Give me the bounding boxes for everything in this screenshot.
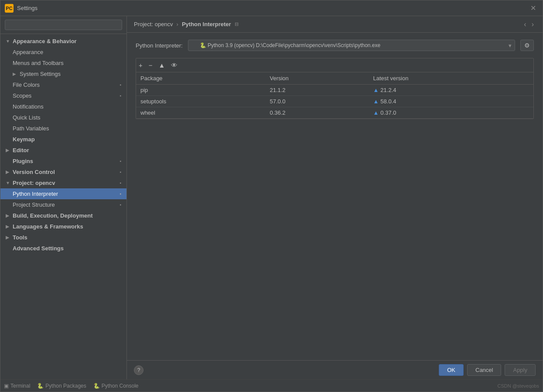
sidebar-item-scopes[interactable]: Scopes ▪ (0, 90, 126, 101)
sidebar-item-version-control[interactable]: ▶ Version Control ▪ (0, 167, 126, 177)
apply-button[interactable]: Apply (505, 364, 536, 376)
file-colors-icon: ▪ (120, 82, 121, 87)
python-console-icon: 🐍 (93, 383, 100, 389)
interpreter-select-wrap: 🐍 Python 3.9 (opencv) D:\CodeFile\pychar… (188, 40, 515, 51)
window-title: Settings (17, 5, 38, 11)
package-toolbar: + − ▲ 👁 (136, 58, 533, 72)
sidebar-item-notifications[interactable]: Notifications (0, 101, 126, 112)
breadcrumb-parent: Project: opencv (134, 21, 173, 27)
sidebar-item-project-opencv[interactable]: ▼ Project: opencv ▪ (0, 177, 126, 188)
interpreter-row: Python Interpreter: 🐍 Python 3.9 (opencv… (136, 40, 534, 51)
sidebar-item-build-execution[interactable]: ▶ Build, Execution, Deployment (0, 210, 126, 221)
package-version: 21.1.2 (265, 85, 369, 96)
app-icon: PC (5, 4, 14, 13)
expand-arrow-vc: ▶ (6, 170, 11, 174)
update-arrow-icon: ▲ (373, 98, 379, 105)
ok-button[interactable]: OK (439, 364, 464, 376)
table-row[interactable]: pip 21.1.2 ▲21.2.4 (136, 85, 533, 96)
sidebar-item-project-structure[interactable]: Project Structure ▪ (0, 199, 126, 210)
statusbar-python-console[interactable]: 🐍 Python Console (93, 383, 139, 389)
sidebar-item-keymap[interactable]: Keymap (0, 134, 126, 145)
vc-icon: ▪ (120, 170, 121, 174)
add-package-button[interactable]: + (136, 60, 145, 70)
col-version: Version (265, 72, 369, 85)
show-button[interactable]: 👁 (168, 60, 180, 70)
back-button[interactable]: ‹ (522, 20, 528, 29)
python-interp-icon: ▪ (120, 191, 121, 196)
sidebar-item-path-variables[interactable]: Path Variables (0, 123, 126, 134)
bottom-left: ? (134, 365, 143, 375)
close-button[interactable]: ✕ (528, 3, 538, 14)
sidebar-item-appearance[interactable]: Appearance (0, 47, 126, 58)
remove-package-button[interactable]: − (146, 60, 155, 70)
package-table-wrapper: + − ▲ 👁 Package Version Latest version (136, 58, 534, 119)
interpreter-dropdown[interactable]: 🐍 Python 3.9 (opencv) D:\CodeFile\pychar… (188, 40, 515, 51)
sidebar-item-menus-toolbars[interactable]: Menus and Toolbars (0, 58, 126, 68)
expand-arrow-project: ▼ (6, 181, 11, 185)
python-console-label: Python Console (102, 383, 139, 389)
package-table: Package Version Latest version pip 21.1.… (136, 72, 533, 119)
expand-arrow-lang: ▶ (6, 224, 11, 229)
watermark: CSDN @steveqobs (497, 383, 539, 389)
interpreter-settings-button[interactable]: ⚙ (520, 40, 534, 51)
sidebar-item-python-interpreter[interactable]: Python Interpreter ▪ (0, 188, 126, 199)
sidebar-item-advanced-settings[interactable]: Advanced Settings (0, 243, 126, 254)
sidebar-item-editor[interactable]: ▶ Editor (0, 145, 126, 156)
expand-arrow-build: ▶ (6, 213, 11, 218)
scopes-icon: ▪ (120, 93, 121, 98)
forward-button[interactable]: › (530, 20, 536, 29)
project-icon: ▪ (120, 181, 121, 185)
update-arrow-icon: ▲ (373, 87, 379, 93)
search-input[interactable] (5, 20, 122, 30)
expand-arrow: ▼ (6, 39, 11, 44)
breadcrumb-settings-icon: ⊟ (235, 21, 239, 27)
sidebar-item-file-colors[interactable]: File Colors ▪ (0, 79, 126, 90)
help-button[interactable]: ? (134, 365, 143, 375)
terminal-icon: ▣ (4, 383, 9, 389)
main-content: ▼ Appearance & Behavior Appearance Menus… (0, 16, 543, 379)
sidebar-item-tools[interactable]: ▶ Tools (0, 232, 126, 243)
expand-arrow-editor: ▶ (6, 148, 11, 153)
statusbar: ▣ Terminal 🐍 Python Packages 🐍 Python Co… (0, 379, 543, 392)
sidebar-item-appearance-behavior[interactable]: ▼ Appearance & Behavior (0, 36, 126, 47)
project-struct-icon: ▪ (120, 202, 121, 207)
sidebar-item-plugins[interactable]: Plugins ▪ (0, 156, 126, 167)
interpreter-label: Python Interpreter: (136, 42, 183, 49)
expand-arrow-tools: ▶ (6, 235, 11, 240)
sidebar-item-languages-frameworks[interactable]: ▶ Languages & Frameworks (0, 221, 126, 232)
package-latest: ▲0.37.0 (369, 107, 533, 119)
python-packages-label: Python Packages (45, 383, 86, 389)
breadcrumb-current: Python Interpreter (182, 21, 231, 27)
move-up-button[interactable]: ▲ (156, 60, 168, 70)
nav-arrows: ‹ › (522, 20, 536, 29)
statusbar-python-packages[interactable]: 🐍 Python Packages (37, 383, 86, 389)
statusbar-terminal[interactable]: ▣ Terminal (4, 383, 30, 389)
package-latest: ▲21.2.4 (369, 85, 533, 96)
sidebar-nav: ▼ Appearance & Behavior Appearance Menus… (0, 34, 126, 379)
breadcrumb-separator: › (177, 21, 178, 27)
package-name: wheel (136, 107, 265, 119)
sidebar-item-system-settings[interactable]: ▶ System Settings (0, 68, 126, 79)
right-panel: Project: opencv › Python Interpreter ⊟ ‹… (127, 16, 543, 379)
sidebar: ▼ Appearance & Behavior Appearance Menus… (0, 16, 127, 379)
sidebar-item-quick-lists[interactable]: Quick Lists (0, 112, 126, 123)
package-name: pip (136, 85, 265, 96)
settings-window: PC Settings ✕ ▼ Appearance & Behavior Ap… (0, 0, 543, 392)
package-version: 57.0.0 (265, 96, 369, 107)
col-package: Package (136, 72, 265, 85)
table-row[interactable]: setuptools 57.0.0 ▲58.0.4 (136, 96, 533, 107)
package-name: setuptools (136, 96, 265, 107)
interpreter-select-inner: 🐍 Python 3.9 (opencv) D:\CodeFile\pychar… (188, 40, 515, 51)
col-latest: Latest version (369, 72, 533, 85)
search-bar (0, 16, 126, 34)
plugins-icon: ▪ (120, 159, 121, 164)
table-header-row: Package Version Latest version (136, 72, 533, 85)
cancel-button[interactable]: Cancel (467, 364, 501, 376)
table-row[interactable]: wheel 0.36.2 ▲0.37.0 (136, 107, 533, 119)
content-area: Python Interpreter: 🐍 Python 3.9 (opencv… (127, 33, 543, 360)
package-version: 0.36.2 (265, 107, 369, 119)
breadcrumb: Project: opencv › Python Interpreter ⊟ ‹… (127, 16, 543, 33)
bottom-bar: ? OK Cancel Apply (127, 360, 543, 379)
python-packages-icon: 🐍 (37, 383, 44, 389)
terminal-label: Terminal (10, 383, 30, 389)
